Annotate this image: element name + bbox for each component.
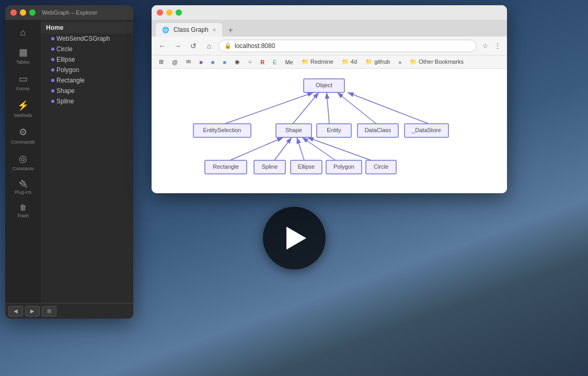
constants-label: Constants <box>13 166 34 171</box>
node-circle-label: Circle <box>374 163 388 170</box>
play-icon <box>286 227 306 250</box>
forms-icon: ▭ <box>19 73 28 85</box>
browser-toolbar: ← → ↺ ⌂ 🔒 localhost:8080 ☆ ⋮ <box>152 37 507 55</box>
node-spline-label: Spline <box>262 163 278 170</box>
sidebar-icons: ⌂ ▦ Tables ▭ Forms ⚡ Methods ⚙ Commands … <box>5 20 41 303</box>
node-rectangle-label: Rectangle <box>213 163 239 170</box>
sidebar-item-constants[interactable]: ◎ Constants <box>8 150 38 174</box>
tree-item-circle[interactable]: Circle <box>41 44 133 54</box>
forward-nav-button[interactable]: → <box>171 40 184 52</box>
tree-item-shape[interactable]: Shape <box>41 86 133 96</box>
trash-icon: 🗑 <box>19 203 27 212</box>
browser-content: Object EntitySelection Shape <box>152 69 507 193</box>
toolbar-right-icons: ☆ ⋮ <box>480 41 503 51</box>
bookmark-blue[interactable]: ■ <box>208 58 218 66</box>
bookmark-github[interactable]: ⑂ <box>245 58 255 66</box>
browser-tab-classgraph[interactable]: 🌐 Class Graph × <box>156 23 222 37</box>
trash-label: Trash <box>17 213 29 218</box>
node-dataclass-label: DataClass <box>365 127 391 133</box>
constants-icon: ◎ <box>19 153 27 164</box>
plugins-label: Plug-ins <box>15 190 32 195</box>
tables-label: Tables <box>16 60 30 65</box>
tree-item-label: Spline <box>56 98 74 105</box>
address-bar[interactable]: 🔒 localhost:8080 <box>218 40 477 52</box>
sidebar-item-plugins[interactable]: 🔌 Plug-ins <box>8 177 38 198</box>
tree-item-spline[interactable]: Spline <box>41 96 133 107</box>
tree-item-ellipse[interactable]: Ellipse <box>41 54 133 65</box>
arrow-polygon-shape <box>302 137 336 160</box>
browser-maximize-button[interactable] <box>176 9 182 16</box>
home-icon: ⌂ <box>20 27 26 38</box>
dot-icon <box>51 37 54 40</box>
tree-item-rectangle[interactable]: Rectangle <box>41 75 133 86</box>
maximize-button[interactable] <box>29 9 36 16</box>
close-button[interactable] <box>10 9 17 16</box>
bookmark-e[interactable]: E <box>270 58 280 66</box>
forward-button[interactable]: ▶ <box>25 306 40 316</box>
bookmark-apps-icon[interactable]: ⊞ <box>156 57 167 66</box>
bookmark-circle[interactable]: ◉ <box>232 57 243 66</box>
methods-label: Methods <box>14 113 32 118</box>
tree-item-websendcsgraph[interactable]: WebSendCSGraph <box>41 33 133 44</box>
new-tab-button[interactable]: + <box>224 24 237 37</box>
bookmark-mail[interactable]: ✉ <box>183 57 194 66</box>
browser-minimize-button[interactable] <box>166 9 172 16</box>
dot-icon <box>51 48 54 51</box>
sidebar-item-trash[interactable]: 🗑 Trash <box>8 200 38 221</box>
sidebar-item-forms[interactable]: ▭ Forms <box>8 70 38 95</box>
bookmark-more[interactable]: » <box>395 58 405 66</box>
home-nav-button[interactable]: ⌂ <box>203 40 215 52</box>
plugins-icon: 🔌 <box>19 180 28 188</box>
browser-close-button[interactable] <box>157 9 163 16</box>
tree-item-label: Shape <box>56 87 75 95</box>
browser-tabs: 🌐 Class Graph × + <box>152 20 507 37</box>
bookmark-me[interactable]: Me <box>282 58 296 66</box>
explorer-bottom-toolbar: ◀ ▶ ⊞ <box>5 303 133 319</box>
node-entity-label: Entity <box>327 127 341 133</box>
back-nav-button[interactable]: ← <box>156 40 168 52</box>
tables-icon: ▦ <box>19 46 28 58</box>
dot-icon <box>51 58 54 61</box>
arrow-circle-shape <box>307 137 371 160</box>
commands-icon: ⚙ <box>19 126 27 138</box>
bookmark-r[interactable]: R <box>257 58 268 66</box>
arrow-spline-shape <box>274 137 292 160</box>
bookmark-github-folder[interactable]: 📁 github <box>362 57 393 66</box>
node-polygon-label: Polygon <box>333 163 354 170</box>
sidebar-item-methods[interactable]: ⚡ Methods <box>8 97 38 121</box>
tab-close-icon[interactable]: × <box>213 27 216 33</box>
forms-label: Forms <box>16 86 30 91</box>
arrow-entityselection-object <box>225 92 314 124</box>
grid-button[interactable]: ⊞ <box>42 306 56 316</box>
bookmark-4d[interactable]: 📁 4d <box>339 57 360 66</box>
arrow-dataclass-object <box>337 92 376 124</box>
tree-item-label: Circle <box>56 45 73 53</box>
bookmark-blue2[interactable]: ■ <box>220 58 229 66</box>
tree-item-polygon[interactable]: Polygon <box>41 65 133 75</box>
bookmark-redmine[interactable]: 📁 Redmine <box>298 57 337 66</box>
sidebar-item-tables[interactable]: ▦ Tables <box>8 43 38 68</box>
explorer-tree: Home WebSendCSGraph Circle Ellipse Polyg… <box>41 20 133 303</box>
bookmark-other[interactable]: 📁 Other Bookmarks <box>407 57 467 66</box>
tree-item-label: Rectangle <box>56 77 85 84</box>
node-entityselection-label: EntitySelection <box>203 127 241 133</box>
back-button[interactable]: ◀ <box>8 306 23 316</box>
arrow-datastore-object <box>348 92 429 124</box>
menu-button[interactable]: ⋮ <box>492 41 503 51</box>
bookmark-purple[interactable]: ■ <box>196 58 206 66</box>
sidebar-item-home[interactable]: ⌂ <box>8 24 38 41</box>
class-diagram-svg: Object EntitySelection Shape <box>162 74 497 189</box>
refresh-button[interactable]: ↺ <box>187 40 200 52</box>
arrow-shape-object <box>293 92 319 124</box>
sidebar-item-commands[interactable]: ⚙ Commands <box>8 123 38 148</box>
node-datastore-label: _DataStore <box>411 127 441 133</box>
dot-icon <box>51 68 54 72</box>
dot-icon <box>51 79 54 82</box>
minimize-button[interactable] <box>20 9 26 16</box>
arrow-entity-object <box>327 92 329 124</box>
bookmarks-bar: ⊞ @ ✉ ■ ■ ■ ◉ ⑂ R E Me 📁 Redmine 📁 4d 📁 … <box>152 55 507 69</box>
play-button[interactable] <box>263 207 326 269</box>
star-button[interactable]: ☆ <box>480 41 490 51</box>
arrow-ellipse-shape <box>297 137 304 160</box>
bookmark-at[interactable]: @ <box>169 58 181 66</box>
